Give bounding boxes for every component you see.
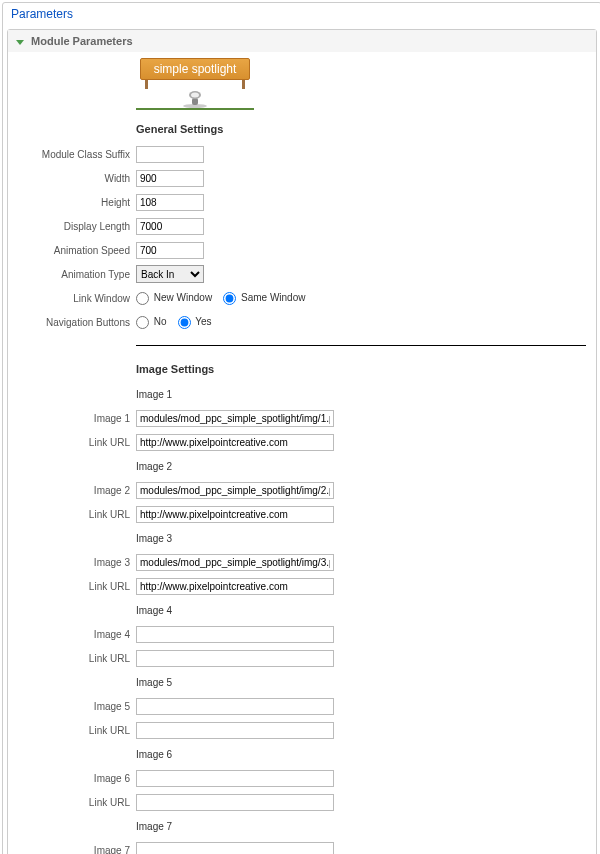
animation-type-select[interactable]: Back In [136, 265, 204, 283]
image-header-row: Image 2 [18, 456, 586, 476]
animation-speed-row: Animation Speed [18, 240, 586, 260]
separator [136, 345, 586, 346]
link-window-new-radio[interactable] [136, 292, 149, 305]
module-parameters-subpanel: Module Parameters simple spotlight [7, 29, 597, 854]
module-class-suffix-label: Module Class Suffix [18, 149, 136, 160]
animation-type-row: Animation Type Back In [18, 264, 586, 284]
image-label-3: Image 3 [18, 557, 136, 568]
image-header-row: Image 1 [18, 384, 586, 404]
image-link-row: Link URL [18, 792, 586, 812]
link-url-label-5: Link URL [18, 725, 136, 736]
nav-buttons-no-option[interactable]: No [136, 316, 167, 327]
image-path-row: Image 1 [18, 408, 586, 428]
link-url-label-2: Link URL [18, 509, 136, 520]
image-block-5: Image 5Image 5Link URL [18, 672, 586, 740]
image-path-input-5[interactable] [136, 698, 334, 715]
nav-buttons-yes-option[interactable]: Yes [178, 316, 212, 327]
image-path-row: Image 4 [18, 624, 586, 644]
image-link-row: Link URL [18, 576, 586, 596]
image-path-input-7[interactable] [136, 842, 334, 855]
link-window-new-option[interactable]: New Window [136, 292, 212, 303]
image-header-row: Image 4 [18, 600, 586, 620]
image-header-4: Image 4 [136, 605, 586, 616]
subpanel-title: Module Parameters [31, 35, 132, 47]
image-header-row: Image 6 [18, 744, 586, 764]
module-class-suffix-input[interactable] [136, 146, 204, 163]
image-block-6: Image 6Image 6Link URL [18, 744, 586, 812]
width-label: Width [18, 173, 136, 184]
image-link-row: Link URL [18, 720, 586, 740]
link-url-input-6[interactable] [136, 794, 334, 811]
image-label-7: Image 7 [18, 845, 136, 855]
width-row: Width [18, 168, 586, 188]
image-header-3: Image 3 [136, 533, 586, 544]
svg-rect-1 [192, 98, 198, 105]
height-label: Height [18, 197, 136, 208]
display-length-row: Display Length [18, 216, 586, 236]
display-length-input[interactable] [136, 218, 204, 235]
general-settings-title: General Settings [136, 123, 586, 135]
navigation-buttons-row: Navigation Buttons No Yes [18, 312, 586, 332]
link-window-label: Link Window [18, 293, 136, 304]
image-header-row: Image 5 [18, 672, 586, 692]
image-block-3: Image 3Image 3Link URL [18, 528, 586, 596]
image-block-2: Image 2Image 2Link URL [18, 456, 586, 524]
link-url-label-3: Link URL [18, 581, 136, 592]
image-link-row: Link URL [18, 648, 586, 668]
width-input[interactable] [136, 170, 204, 187]
parameters-panel: Parameters Module Parameters simple spot… [2, 2, 600, 854]
image-path-input-3[interactable] [136, 554, 334, 571]
link-url-input-1[interactable] [136, 434, 334, 451]
spotlight-icon [180, 87, 210, 109]
panel-title-link[interactable]: Parameters [11, 7, 73, 21]
image-block-4: Image 4Image 4Link URL [18, 600, 586, 668]
link-url-input-3[interactable] [136, 578, 334, 595]
link-url-label-4: Link URL [18, 653, 136, 664]
logo-row: simple spotlight [18, 58, 586, 116]
image-header-row: Image 7 [18, 816, 586, 836]
height-row: Height [18, 192, 586, 212]
animation-speed-input[interactable] [136, 242, 204, 259]
image-block-7: Image 7Image 7Link URL [18, 816, 586, 854]
image-settings-title: Image Settings [136, 363, 586, 375]
image-path-row: Image 7 [18, 840, 586, 854]
content-area: simple spotlight General Settings [8, 52, 596, 854]
subpanel-header[interactable]: Module Parameters [8, 30, 596, 52]
image-path-row: Image 2 [18, 480, 586, 500]
animation-speed-label: Animation Speed [18, 245, 136, 256]
link-window-row: Link Window New Window Same Window [18, 288, 586, 308]
link-window-same-radio[interactable] [223, 292, 236, 305]
image-link-row: Link URL [18, 432, 586, 452]
link-window-same-option[interactable]: Same Window [223, 292, 305, 303]
nav-buttons-no-radio[interactable] [136, 316, 149, 329]
link-url-input-4[interactable] [136, 650, 334, 667]
image-label-5: Image 5 [18, 701, 136, 712]
image-label-1: Image 1 [18, 413, 136, 424]
image-path-input-1[interactable] [136, 410, 334, 427]
image-path-input-2[interactable] [136, 482, 334, 499]
logo-sign: simple spotlight [140, 58, 250, 80]
link-url-input-2[interactable] [136, 506, 334, 523]
animation-type-label: Animation Type [18, 269, 136, 280]
navigation-buttons-label: Navigation Buttons [18, 317, 136, 328]
image-label-4: Image 4 [18, 629, 136, 640]
image-header-row: Image 3 [18, 528, 586, 548]
simple-spotlight-logo: simple spotlight [136, 58, 254, 110]
image-path-row: Image 6 [18, 768, 586, 788]
link-url-label-6: Link URL [18, 797, 136, 808]
link-url-input-5[interactable] [136, 722, 334, 739]
svg-point-3 [191, 93, 199, 98]
image-path-input-4[interactable] [136, 626, 334, 643]
image-header-2: Image 2 [136, 461, 586, 472]
images-container: Image 1Image 1Link URLImage 2Image 2Link… [18, 384, 586, 854]
image-link-row: Link URL [18, 504, 586, 524]
panel-header: Parameters [3, 3, 600, 25]
display-length-label: Display Length [18, 221, 136, 232]
collapse-icon [16, 40, 24, 45]
height-input[interactable] [136, 194, 204, 211]
image-path-input-6[interactable] [136, 770, 334, 787]
link-url-label-1: Link URL [18, 437, 136, 448]
nav-buttons-yes-radio[interactable] [178, 316, 191, 329]
image-settings-header-row: Image Settings [18, 360, 586, 380]
image-path-row: Image 5 [18, 696, 586, 716]
